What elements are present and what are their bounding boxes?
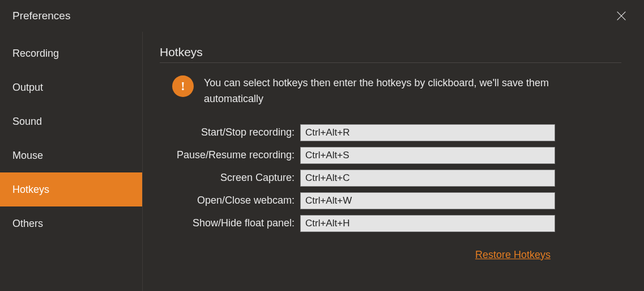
sidebar-item-hotkeys[interactable]: Hotkeys xyxy=(0,172,142,206)
sidebar-item-label: Recording xyxy=(12,48,59,60)
hotkey-input-screen-capture[interactable] xyxy=(300,170,555,187)
close-icon xyxy=(615,10,628,22)
restore-row: Restore Hotkeys xyxy=(160,249,556,261)
info-row: ! You can select hotkeys then enter the … xyxy=(160,75,621,107)
hotkey-row-pause-resume: Pause/Resume recording: xyxy=(160,147,621,164)
page-title: Preferences xyxy=(12,10,70,22)
hotkey-row-start-stop: Start/Stop recording: xyxy=(160,124,621,141)
main-panel: Hotkeys ! You can select hotkeys then en… xyxy=(143,32,644,291)
close-button[interactable] xyxy=(612,7,630,25)
hotkey-label: Start/Stop recording: xyxy=(160,126,300,138)
exclamation-icon: ! xyxy=(181,79,185,94)
sidebar: Recording Output Sound Mouse Hotkeys Oth… xyxy=(0,32,143,291)
sidebar-item-label: Output xyxy=(12,82,43,94)
sidebar-item-mouse[interactable]: Mouse xyxy=(0,138,142,172)
header: Preferences xyxy=(0,0,644,32)
sidebar-item-label: Sound xyxy=(12,116,42,128)
section-title: Hotkeys xyxy=(160,45,621,63)
sidebar-item-output[interactable]: Output xyxy=(0,70,142,104)
hotkey-row-webcam: Open/Close webcam: xyxy=(160,192,621,209)
hotkey-label: Show/Hide float panel: xyxy=(160,217,300,229)
hotkey-label: Screen Capture: xyxy=(160,172,300,184)
sidebar-item-sound[interactable]: Sound xyxy=(0,104,142,138)
sidebar-item-recording[interactable]: Recording xyxy=(0,36,142,70)
hotkey-label: Pause/Resume recording: xyxy=(160,149,300,161)
info-icon: ! xyxy=(172,75,194,97)
hotkey-input-start-stop[interactable] xyxy=(300,124,555,141)
hotkey-row-float-panel: Show/Hide float panel: xyxy=(160,215,621,232)
hotkey-label: Open/Close webcam: xyxy=(160,195,300,206)
hotkey-input-float-panel[interactable] xyxy=(300,215,555,232)
body: Recording Output Sound Mouse Hotkeys Oth… xyxy=(0,32,644,291)
info-text: You can select hotkeys then enter the ho… xyxy=(204,75,589,107)
hotkey-row-screen-capture: Screen Capture: xyxy=(160,170,621,187)
sidebar-item-label: Others xyxy=(12,218,43,230)
hotkey-input-webcam[interactable] xyxy=(300,192,555,209)
sidebar-item-label: Hotkeys xyxy=(12,184,49,196)
hotkey-rows: Start/Stop recording: Pause/Resume recor… xyxy=(160,124,621,232)
hotkey-input-pause-resume[interactable] xyxy=(300,147,555,164)
restore-hotkeys-link[interactable]: Restore Hotkeys xyxy=(475,249,551,260)
sidebar-item-others[interactable]: Others xyxy=(0,206,142,241)
sidebar-item-label: Mouse xyxy=(12,150,43,162)
